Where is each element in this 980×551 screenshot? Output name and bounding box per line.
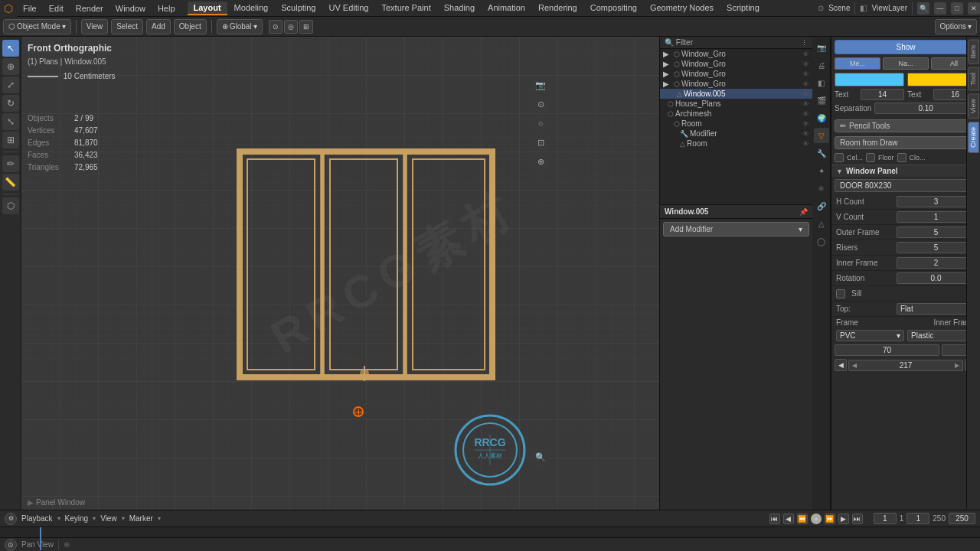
menu-window[interactable]: Window (109, 2, 152, 15)
checkbox-floor[interactable] (866, 153, 875, 162)
checkbox-clo[interactable] (897, 153, 906, 162)
visibility-icon[interactable]: 👁 (802, 100, 809, 108)
object-btn[interactable]: Object (174, 19, 207, 34)
counter-field[interactable]: ◀ 217 ▶ (848, 360, 963, 371)
visibility-icon[interactable]: 👁 (802, 130, 809, 138)
pencil-tools-btn[interactable]: ✏ Pencil Tools (835, 119, 977, 132)
view-zoom-in[interactable]: 🔍 (532, 448, 549, 465)
v-count-input[interactable] (897, 211, 975, 223)
outliner-item-6[interactable]: ⬡ Archimesh 👁 (660, 109, 812, 119)
outliner-item-3[interactable]: ▶ ⬡ Window_Gro 👁 (660, 79, 812, 89)
scale-tool[interactable]: ⤡ (2, 113, 19, 130)
risers-input[interactable] (897, 242, 975, 253)
transform-tool[interactable]: ⊞ (2, 132, 19, 148)
menu-render[interactable]: Render (70, 2, 109, 15)
prop-world-icon[interactable]: 🌍 (814, 110, 829, 126)
options-btn[interactable]: Options ▾ (935, 19, 977, 34)
outliner-item-8[interactable]: 🔧 Modifier 👁 (660, 129, 812, 139)
prop-pin-icon[interactable]: 📌 (799, 208, 808, 216)
workspace-modeling[interactable]: Modeling (228, 2, 275, 15)
inner-material-dropdown[interactable]: Plastic ▾ (907, 330, 975, 341)
prop-modifier-icon[interactable]: 🔧 (814, 145, 829, 161)
h-count-input[interactable] (897, 196, 975, 207)
view-label[interactable]: View (100, 514, 117, 523)
prop-output-icon[interactable]: 🖨 (814, 57, 829, 73)
workspace-compositing[interactable]: Compositing (584, 2, 643, 15)
prop-data-icon[interactable]: △ (814, 216, 829, 231)
tab-item[interactable]: Item (968, 40, 979, 64)
view-persp-btn[interactable]: ⊙ (532, 96, 549, 112)
end-frame[interactable]: 250 (949, 513, 975, 524)
workspace-animation[interactable]: Animation (482, 2, 531, 15)
workspace-scripting[interactable]: Scripting (720, 2, 766, 15)
prop-view-icon[interactable]: ◧ (814, 75, 829, 90)
menu-edit[interactable]: Edit (43, 2, 70, 15)
visibility-icon[interactable]: 👁 (802, 70, 809, 78)
view-gizmo-btn[interactable]: ⊕ (532, 153, 549, 170)
playback-settings[interactable]: ⚙ (5, 513, 17, 525)
color-swatch-blue[interactable] (835, 73, 904, 86)
tab-tool[interactable]: Tool (968, 67, 979, 91)
tab-view[interactable]: View (968, 93, 979, 119)
maximize-btn[interactable]: □ (951, 2, 963, 15)
visibility-icon[interactable]: 👁 (802, 60, 809, 68)
next-frame-btn[interactable]: ▶ (838, 514, 849, 524)
snap-btn[interactable]: ⊙ (269, 20, 283, 34)
prop-material-icon[interactable]: ◯ (814, 233, 829, 249)
outliner-item-7[interactable]: ⬡ Room 👁 (660, 119, 812, 129)
menu-help[interactable]: Help (152, 2, 181, 15)
prev-frame-btn[interactable]: ◀ (783, 514, 794, 524)
prop-object-icon[interactable]: ▽ (814, 128, 829, 143)
add-btn[interactable]: Add (146, 19, 171, 34)
view-overlay-btn[interactable]: ⊡ (532, 134, 549, 151)
workspace-uv[interactable]: UV Editing (323, 2, 375, 15)
prev-key-btn[interactable]: ⏪ (797, 514, 808, 524)
workspace-sculpting[interactable]: Sculpting (275, 2, 322, 15)
minimize-btn[interactable]: — (934, 2, 946, 15)
view-camera-btn[interactable]: 📷 (532, 77, 549, 93)
add-tool[interactable]: ⬡ (2, 197, 19, 214)
marker-label[interactable]: Marker (129, 514, 153, 523)
prop-constraints-icon[interactable]: 🔗 (814, 198, 829, 214)
inner-frame-input[interactable] (897, 257, 975, 269)
jump-end-btn[interactable]: ⏭ (852, 514, 863, 524)
prop-scene-icon[interactable]: 🎬 (814, 93, 829, 108)
sill-checkbox[interactable] (836, 289, 845, 298)
visibility-icon[interactable]: 👁 (802, 90, 809, 98)
view-shade-btn[interactable]: ○ (532, 115, 549, 132)
annotate-tool[interactable]: ✏ (2, 155, 19, 172)
measure-tool[interactable]: 📏 (2, 174, 19, 191)
prop-particles-icon[interactable]: ✦ (814, 163, 829, 178)
mode-selector[interactable]: ⬡ Object Mode ▾ (3, 19, 71, 34)
view-btn[interactable]: View (81, 19, 109, 34)
close-btn[interactable]: ✕ (968, 2, 980, 15)
workspace-texture[interactable]: Texture Paint (375, 2, 436, 15)
visibility-icon[interactable]: 👁 (802, 140, 809, 148)
outer-frame-input[interactable] (897, 227, 975, 238)
next-key-btn[interactable]: ⏩ (825, 514, 835, 524)
show-button[interactable]: Show (835, 40, 977, 54)
top-dropdown[interactable]: Flat ▾ (897, 303, 975, 315)
jump-start-btn[interactable]: ⏮ (769, 514, 780, 524)
outliner-item-0[interactable]: ▶ ⬡ Window_Gro 👁 (660, 49, 812, 59)
cursor-tool[interactable]: ⊕ (2, 58, 19, 75)
outliner-item-1[interactable]: ▶ ⬡ Window_Gro 👁 (660, 59, 812, 69)
workspace-geometry[interactable]: Geometry Nodes (644, 2, 720, 15)
outliner-item-5[interactable]: ⬡ House_Plans 👁 (660, 99, 812, 109)
transform-btn[interactable]: ⊕ Global ▾ (217, 19, 263, 34)
add-modifier-btn[interactable]: Add Modifier ▾ (663, 222, 809, 236)
rotate-tool[interactable]: ↻ (2, 95, 19, 112)
room-from-draw-btn[interactable]: Room from Draw (835, 136, 977, 149)
workspace-rendering[interactable]: Rendering (532, 2, 583, 15)
search-btn[interactable]: 🔍 (917, 2, 929, 15)
visibility-icon[interactable]: 👁 (802, 120, 809, 128)
separation-input[interactable] (874, 103, 977, 114)
visibility-icon[interactable]: 👁 (802, 51, 809, 58)
rotation-input[interactable] (897, 272, 975, 284)
text1-input[interactable] (861, 89, 904, 100)
outliner-item-2[interactable]: ▶ ⬡ Window_Gro 👁 (660, 69, 812, 79)
grid-btn[interactable]: ⊞ (299, 20, 313, 34)
proportional-btn[interactable]: ◎ (284, 20, 298, 34)
show-tab-me[interactable]: Me... (835, 57, 880, 70)
select-tool[interactable]: ↖ (2, 40, 19, 57)
